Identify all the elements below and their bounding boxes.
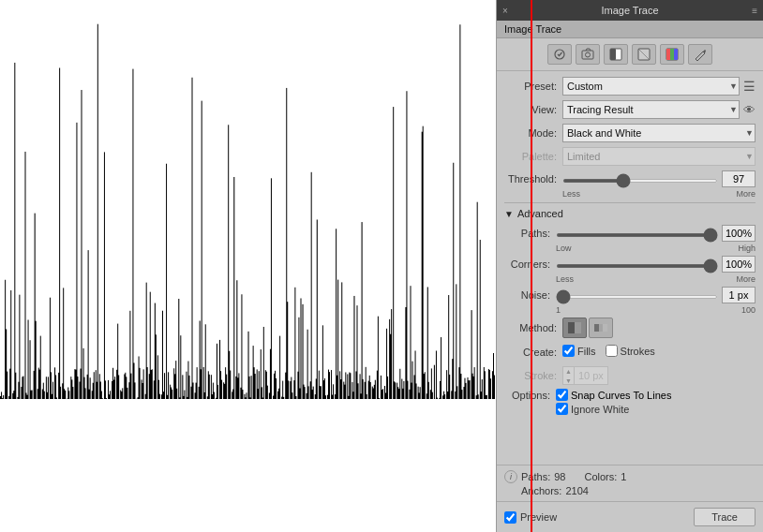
palette-select-wrapper: Limited ▼ bbox=[562, 147, 756, 166]
info-line-1: i Paths: 98 Colors: 1 bbox=[504, 470, 756, 483]
snap-curves-text: Snap Curves To Lines bbox=[571, 390, 671, 401]
strokes-checkbox[interactable] bbox=[606, 345, 618, 357]
preset-gray-button[interactable] bbox=[632, 44, 656, 65]
stroke-label: Stroke: bbox=[504, 370, 562, 381]
mode-label: Mode: bbox=[504, 127, 562, 139]
info-colors-label: Colors: bbox=[584, 471, 617, 482]
svg-rect-9 bbox=[674, 49, 678, 60]
paths-high-label: High bbox=[738, 244, 756, 253]
paths-slider-container bbox=[556, 228, 718, 239]
palette-label: Palette: bbox=[504, 151, 562, 162]
preset-select-wrapper: Custom ▼ bbox=[562, 77, 740, 96]
advanced-section-header[interactable]: ▼ Advanced bbox=[504, 206, 756, 221]
stroke-row: Stroke: ▲ ▼ 10 px bbox=[504, 366, 756, 385]
preset-photo-button[interactable] bbox=[576, 44, 600, 65]
svg-rect-10 bbox=[568, 322, 575, 333]
method-buttons bbox=[562, 318, 613, 338]
method-overlapping-button[interactable] bbox=[589, 318, 613, 338]
info-row: i Paths: 98 Colors: 1 Anchors: 2104 bbox=[497, 465, 763, 501]
noise-row: Noise: bbox=[504, 287, 756, 303]
palette-select[interactable]: Limited bbox=[562, 147, 756, 166]
svg-rect-13 bbox=[599, 324, 607, 332]
svg-rect-4 bbox=[610, 49, 616, 60]
threshold-slider[interactable] bbox=[562, 179, 718, 183]
fills-checkbox[interactable] bbox=[562, 345, 575, 357]
info-colors-value: 1 bbox=[621, 471, 626, 482]
trace-button[interactable]: Trace bbox=[694, 508, 756, 526]
corners-slider[interactable] bbox=[556, 264, 718, 268]
ignore-white-row: Ignore White bbox=[556, 403, 756, 415]
preset-sketch-button[interactable] bbox=[688, 44, 712, 65]
info-paths-value: 98 bbox=[554, 471, 565, 482]
info-icon[interactable]: i bbox=[504, 470, 517, 483]
fills-checkbox-label[interactable]: Fills bbox=[562, 345, 596, 357]
preset-bw-button[interactable] bbox=[604, 44, 628, 65]
noise-max-label: 100 bbox=[741, 305, 756, 315]
stroke-up-arrow[interactable]: ▲ bbox=[563, 367, 574, 377]
preset-auto-button[interactable] bbox=[547, 44, 572, 65]
threshold-label: Threshold: bbox=[504, 173, 562, 185]
method-abutting-button[interactable] bbox=[562, 318, 587, 338]
mode-row: Mode: Black and White ▼ bbox=[504, 124, 756, 142]
snap-curves-checkbox[interactable] bbox=[556, 389, 568, 401]
image-trace-panel: × Image Trace ≡ Image Trace bbox=[496, 0, 763, 532]
corners-less-label: Less bbox=[556, 274, 574, 284]
paths-slider[interactable] bbox=[556, 233, 718, 237]
noise-input[interactable] bbox=[722, 287, 756, 303]
palette-row: Palette: Limited ▼ bbox=[504, 147, 756, 166]
info-line-2: Anchors: 2104 bbox=[521, 485, 756, 496]
noise-slider-labels: 1 100 bbox=[556, 305, 756, 315]
corners-slider-container bbox=[556, 259, 718, 270]
panel-tab-label: Image Trace bbox=[504, 23, 561, 35]
mode-select[interactable]: Black and White bbox=[562, 124, 756, 142]
info-anchors-value: 2104 bbox=[565, 485, 588, 496]
panel-footer: Preview Trace bbox=[497, 501, 763, 532]
svg-rect-7 bbox=[666, 49, 670, 60]
ignore-white-checkbox[interactable] bbox=[556, 403, 568, 415]
view-select-wrapper: Tracing Result ▼ bbox=[562, 100, 740, 119]
strokes-checkbox-label[interactable]: Strokes bbox=[606, 345, 655, 357]
stroke-down-arrow[interactable]: ▼ bbox=[563, 377, 574, 386]
corners-more-label: More bbox=[736, 274, 756, 284]
noise-slider[interactable] bbox=[556, 295, 718, 299]
panel-menu-icon[interactable]: ≡ bbox=[752, 6, 757, 16]
corners-input[interactable] bbox=[722, 256, 756, 273]
options-row: Options: Snap Curves To Lines bbox=[504, 389, 756, 401]
svg-rect-11 bbox=[575, 322, 581, 333]
view-label: View: bbox=[504, 104, 562, 115]
svg-rect-1 bbox=[582, 51, 593, 59]
stroke-value: 10 px bbox=[575, 370, 607, 381]
snap-curves-label[interactable]: Snap Curves To Lines bbox=[556, 389, 671, 401]
threshold-slider-labels: Less More bbox=[562, 189, 756, 199]
ignore-white-label[interactable]: Ignore White bbox=[556, 403, 629, 415]
preset-color-button[interactable] bbox=[660, 44, 684, 65]
advanced-triangle-icon: ▼ bbox=[504, 209, 514, 219]
preview-text: Preview bbox=[520, 511, 557, 523]
panel-title: Image Trace bbox=[601, 5, 658, 16]
noise-slider-container bbox=[556, 289, 718, 301]
create-row: Create: Fills Strokes bbox=[504, 343, 756, 362]
stroke-stepper: ▲ ▼ bbox=[563, 367, 575, 384]
preset-row: Preset: Custom ▼ ☰ bbox=[504, 77, 756, 96]
panel-tab[interactable]: Image Trace bbox=[497, 21, 763, 38]
mode-select-wrapper: Black and White ▼ bbox=[562, 124, 756, 142]
advanced-label: Advanced bbox=[517, 208, 563, 219]
preset-select[interactable]: Custom bbox=[562, 77, 740, 96]
stroke-input-group: ▲ ▼ 10 px bbox=[562, 366, 608, 385]
eye-icon[interactable]: 👁 bbox=[743, 103, 756, 117]
threshold-input[interactable] bbox=[722, 170, 756, 187]
create-checkboxes: Fills Strokes bbox=[562, 345, 665, 357]
preview-checkbox[interactable] bbox=[504, 511, 516, 524]
panel-close[interactable]: × bbox=[502, 6, 508, 16]
info-anchors-label: Anchors: bbox=[521, 485, 561, 496]
method-label: Method: bbox=[504, 322, 562, 333]
method-row: Method: bbox=[504, 318, 756, 338]
create-label: Create: bbox=[504, 347, 562, 358]
preset-menu-icon[interactable]: ☰ bbox=[743, 79, 756, 94]
fills-label: Fills bbox=[577, 346, 596, 357]
view-select[interactable]: Tracing Result bbox=[562, 100, 740, 119]
paths-slider-labels: Low High bbox=[556, 244, 756, 253]
paths-row: Paths: bbox=[504, 225, 756, 242]
paths-input[interactable] bbox=[722, 225, 756, 242]
noise-min-label: 1 bbox=[556, 305, 561, 315]
